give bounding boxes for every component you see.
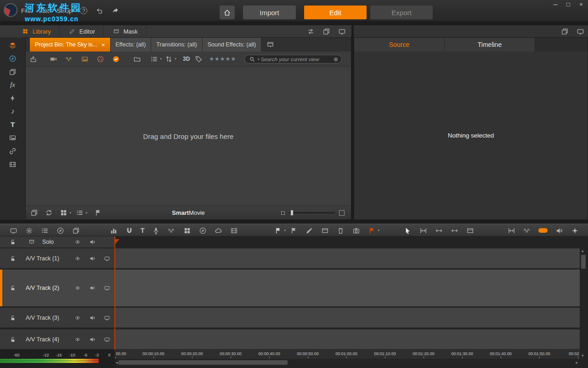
- track3-lock-icon[interactable]: [9, 314, 17, 322]
- motion-tracking-icon[interactable]: [199, 226, 207, 235]
- track-lane-2[interactable]: [115, 270, 580, 306]
- help-icon[interactable]: ?: [80, 7, 87, 14]
- flag-marker-icon[interactable]: ▾: [368, 226, 376, 235]
- trim-mode-icon[interactable]: [419, 226, 427, 235]
- horizontal-scrollbar[interactable]: ◂ ▸: [115, 359, 580, 366]
- bin-tab-transitions[interactable]: Transitions: (all): [151, 38, 202, 52]
- track4-monitor-icon[interactable]: [103, 335, 111, 344]
- maximize-button[interactable]: □: [564, 1, 572, 8]
- track2-speaker-icon[interactable]: [88, 284, 96, 292]
- share-icon[interactable]: [111, 6, 119, 15]
- track-lane-1[interactable]: [115, 248, 580, 268]
- search-icon[interactable]: [248, 55, 256, 63]
- storyboard-icon[interactable]: [72, 226, 80, 235]
- track-list-icon[interactable]: [40, 226, 49, 235]
- track-header-2[interactable]: A/V Track (2): [0, 270, 115, 306]
- transition-film-icon[interactable]: [230, 226, 238, 235]
- track1-speaker-icon[interactable]: [88, 254, 96, 263]
- subtitle-icon[interactable]: [321, 226, 329, 235]
- snapshot-camera-icon[interactable]: [352, 226, 360, 235]
- audio-ducking-button[interactable]: [538, 228, 548, 233]
- title-editor-icon[interactable]: T: [141, 227, 145, 234]
- scroll-down-icon[interactable]: ▾: [582, 353, 584, 358]
- import-media-icon[interactable]: [29, 55, 37, 63]
- filter-3d-icon[interactable]: 3D: [183, 56, 190, 62]
- track-lane-4[interactable]: [115, 329, 580, 349]
- filter-audio-icon[interactable]: [65, 55, 73, 63]
- tab-library[interactable]: Library: [13, 25, 60, 37]
- rating-stars-icon[interactable]: ★★★★★: [209, 56, 236, 62]
- track2-lock-icon[interactable]: [9, 284, 17, 292]
- playhead-flag[interactable]: [115, 239, 119, 244]
- project-bins-icon[interactable]: [9, 41, 17, 49]
- speech-bubble-icon[interactable]: [215, 226, 223, 235]
- close-button[interactable]: ×: [577, 1, 585, 8]
- crossfade-icon[interactable]: [507, 226, 515, 235]
- transitions-bolt-icon[interactable]: [9, 94, 17, 102]
- volume-keyframe-icon[interactable]: [523, 226, 531, 235]
- master-lock-icon[interactable]: [9, 238, 17, 246]
- zoom-slider-thumb[interactable]: [291, 210, 293, 215]
- filter-all-check-icon[interactable]: [112, 55, 120, 63]
- track4-speaker-icon[interactable]: [88, 335, 96, 344]
- zoom-slider[interactable]: [289, 212, 335, 213]
- voiceover-mic-icon[interactable]: [152, 226, 160, 235]
- scroll-up-icon[interactable]: ▴: [582, 248, 584, 253]
- overwrite-mode-icon[interactable]: [450, 226, 458, 235]
- duplicate-view-icon[interactable]: [322, 27, 330, 35]
- select-tool-icon[interactable]: [403, 226, 412, 235]
- search-input[interactable]: [261, 57, 332, 62]
- scroll-right-icon[interactable]: ▸: [576, 360, 578, 365]
- navigator-icon[interactable]: [56, 226, 64, 235]
- menu-file[interactable]: File: [21, 7, 31, 14]
- browse-folder-icon[interactable]: [133, 55, 141, 63]
- thumbnail-view-icon[interactable]: ▾: [59, 209, 68, 217]
- bin-tab-project[interactable]: Project Bin: The Sky is... ×: [30, 38, 111, 52]
- track-header-4[interactable]: A/V Track (4): [0, 329, 115, 349]
- scroll-left-icon[interactable]: ◂: [116, 360, 118, 365]
- insert-mode-icon[interactable]: [435, 226, 443, 235]
- tab-source[interactable]: Source: [354, 38, 445, 52]
- preview-frame-icon[interactable]: [466, 226, 474, 235]
- razor-icon[interactable]: [305, 226, 313, 235]
- magic-wand-icon[interactable]: [571, 226, 579, 235]
- zoom-out-icon[interactable]: [281, 211, 285, 215]
- app-logo-icon[interactable]: [4, 3, 17, 17]
- track-header-3[interactable]: A/V Track (3): [0, 308, 115, 328]
- track1-eye-icon[interactable]: [74, 254, 82, 263]
- filter-photo-icon[interactable]: [80, 55, 89, 63]
- scene-view-icon[interactable]: [94, 209, 102, 217]
- montage-film-icon[interactable]: [9, 160, 17, 168]
- track4-lock-icon[interactable]: [9, 335, 17, 344]
- fullscreen-player-icon[interactable]: [576, 27, 584, 35]
- track4-eye-icon[interactable]: [74, 335, 82, 344]
- view-options-icon[interactable]: ▾: [150, 55, 158, 63]
- effects-fx-icon[interactable]: fx: [10, 81, 15, 89]
- library-content-dropzone[interactable]: Drag and Drop your files here: [26, 67, 351, 206]
- master-track-header[interactable]: Solo: [0, 236, 115, 247]
- refresh-library-icon[interactable]: [45, 209, 53, 217]
- filter-projects-icon[interactable]: [96, 55, 104, 63]
- track1-lock-icon[interactable]: [9, 254, 17, 263]
- close-bin-tab-icon[interactable]: ×: [102, 41, 105, 48]
- track-lane-3[interactable]: [115, 308, 580, 328]
- menu-setup[interactable]: Setup: [57, 7, 72, 14]
- filter-video-icon[interactable]: [49, 55, 57, 63]
- bin-tab-soundeffects[interactable]: Sound Effects: (all): [203, 38, 261, 52]
- trash-icon[interactable]: [336, 226, 345, 235]
- track2-eye-icon[interactable]: [74, 284, 82, 292]
- edit-button[interactable]: Edit: [304, 6, 367, 19]
- tags-icon[interactable]: [194, 55, 203, 63]
- audio-mixer-icon[interactable]: [109, 226, 118, 235]
- preview-area[interactable]: Nothing selected: [354, 52, 588, 219]
- playhead[interactable]: [114, 236, 115, 350]
- import-button[interactable]: Import: [243, 6, 296, 19]
- track1-monitor-icon[interactable]: [103, 254, 111, 263]
- smartmovie-button[interactable]: SmartMovie: [172, 209, 205, 216]
- vertical-scrollbar[interactable]: ▴ ▾: [580, 247, 587, 359]
- magnet-snap-icon[interactable]: [125, 226, 133, 235]
- undo-icon[interactable]: [95, 6, 103, 15]
- link-assets-icon[interactable]: [9, 147, 17, 155]
- sort-icon[interactable]: ▾: [164, 55, 173, 63]
- swap-panels-icon[interactable]: [306, 27, 315, 35]
